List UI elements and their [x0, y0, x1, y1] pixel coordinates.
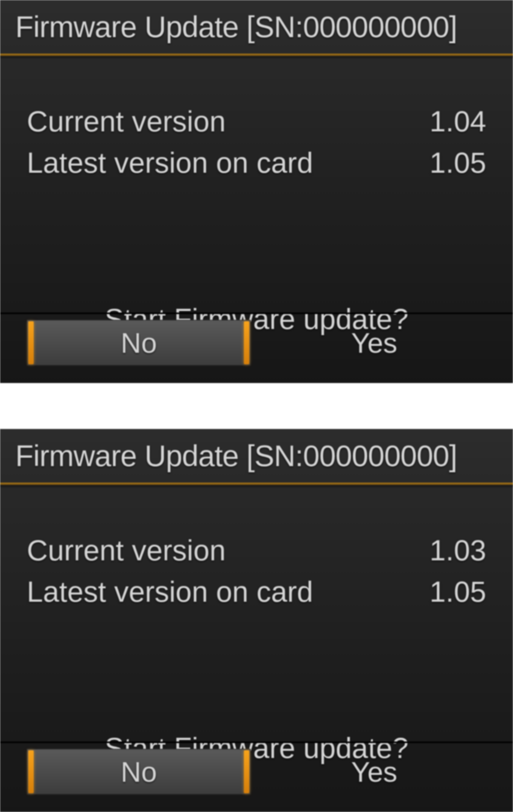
header-underline: [0, 54, 513, 56]
current-version-row: Current version 1.03: [27, 531, 486, 569]
footer-buttons: No Yes: [0, 318, 513, 368]
panel-gap: [0, 383, 513, 429]
no-button-label: No: [121, 756, 157, 788]
yes-button[interactable]: Yes: [262, 320, 486, 366]
current-version-value: 1.04: [430, 105, 486, 138]
current-version-value: 1.03: [430, 534, 486, 567]
footer-divider: [0, 742, 513, 743]
header-underline: [0, 483, 513, 485]
current-version-label: Current version: [27, 534, 226, 567]
latest-version-label: Latest version on card: [27, 146, 313, 179]
firmware-update-panel: Firmware Update [SN:000000000] Current v…: [0, 0, 513, 383]
panel-footer: No Yes: [0, 313, 513, 383]
yes-button[interactable]: Yes: [262, 749, 486, 795]
panel-title: Firmware Update [SN:000000000]: [0, 0, 513, 54]
no-button[interactable]: No: [27, 749, 251, 795]
yes-button-label: Yes: [351, 756, 397, 788]
panel-title: Firmware Update [SN:000000000]: [0, 429, 513, 483]
current-version-label: Current version: [27, 105, 226, 138]
latest-version-value: 1.05: [430, 575, 486, 608]
yes-button-label: Yes: [351, 327, 397, 359]
no-button-label: No: [121, 327, 157, 359]
latest-version-row: Latest version on card 1.05: [27, 143, 486, 182]
latest-version-value: 1.05: [430, 146, 486, 179]
latest-version-row: Latest version on card 1.05: [27, 572, 486, 611]
panel-footer: No Yes: [0, 742, 513, 812]
firmware-update-panel: Firmware Update [SN:000000000] Current v…: [0, 429, 513, 812]
current-version-row: Current version 1.04: [27, 102, 486, 140]
screenshot-stack: Firmware Update [SN:000000000] Current v…: [0, 0, 513, 812]
latest-version-label: Latest version on card: [27, 575, 313, 608]
no-button[interactable]: No: [27, 320, 251, 366]
footer-divider: [0, 313, 513, 314]
footer-buttons: No Yes: [0, 747, 513, 797]
